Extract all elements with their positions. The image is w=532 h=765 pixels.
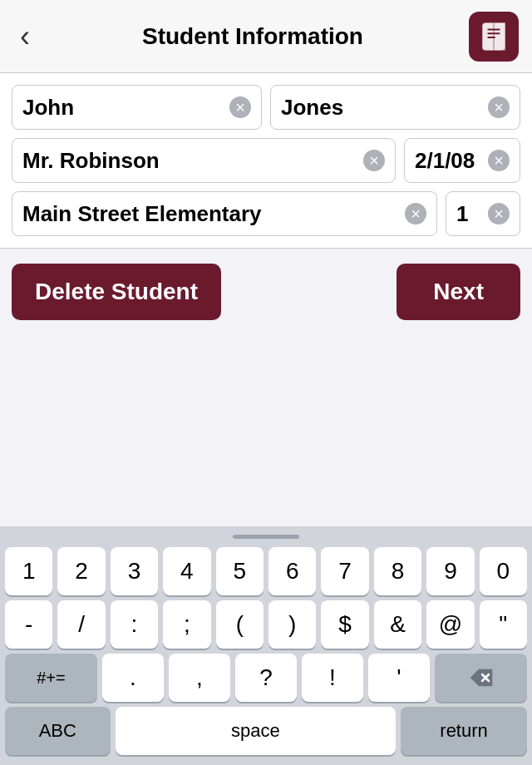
key-ampersand[interactable]: & (374, 600, 421, 649)
app-icon[interactable] (469, 12, 519, 62)
key-abc[interactable]: ABC (5, 707, 111, 755)
grade-clear-button[interactable] (488, 203, 510, 225)
key-9[interactable]: 9 (426, 547, 474, 595)
kb-number-row: 1 2 3 4 5 6 7 8 9 0 (0, 547, 532, 595)
delete-student-button[interactable]: Delete Student (12, 264, 221, 320)
action-buttons-row: Delete Student Next (0, 249, 532, 335)
book-icon (478, 21, 510, 52)
school-grade-row: Main Street Elementary 1 (12, 191, 520, 236)
header: ‹ Student Information (0, 0, 532, 73)
school-clear-button[interactable] (405, 203, 426, 225)
key-8[interactable]: 8 (374, 547, 421, 595)
key-0[interactable]: 0 (480, 547, 527, 595)
key-apostrophe[interactable]: ' (368, 654, 430, 702)
key-2[interactable]: 2 (57, 547, 105, 595)
key-semicolon[interactable]: ; (163, 600, 210, 649)
key-open-paren[interactable]: ( (216, 600, 264, 649)
key-slash[interactable]: / (57, 600, 105, 649)
teacher-field[interactable]: Mr. Robinson (12, 138, 396, 183)
page-title: Student Information (142, 23, 363, 50)
teacher-clear-button[interactable] (363, 150, 385, 171)
key-symbols-toggle[interactable]: #+= (5, 654, 97, 702)
key-question[interactable]: ? (235, 654, 297, 702)
key-comma[interactable]: , (169, 654, 230, 702)
dob-field[interactable]: 2/1/08 (404, 138, 520, 183)
key-minus[interactable]: - (5, 600, 52, 649)
key-space[interactable]: space (116, 707, 397, 755)
key-dollar[interactable]: $ (321, 600, 368, 649)
key-6[interactable]: 6 (268, 547, 316, 595)
key-3[interactable]: 3 (111, 547, 158, 595)
backspace-key[interactable] (435, 654, 527, 702)
first-name-clear-button[interactable] (229, 96, 251, 118)
last-name-value: Jones (281, 95, 488, 121)
key-1[interactable]: 1 (5, 547, 52, 595)
school-value: Main Street Elementary (22, 201, 405, 227)
key-at[interactable]: @ (426, 600, 474, 649)
key-5[interactable]: 5 (216, 547, 264, 595)
next-button[interactable]: Next (397, 264, 520, 320)
key-4[interactable]: 4 (163, 547, 210, 595)
first-name-field[interactable]: John (12, 85, 262, 130)
teacher-dob-row: Mr. Robinson 2/1/08 (12, 138, 520, 183)
last-name-clear-button[interactable] (488, 96, 510, 118)
keyboard: 1 2 3 4 5 6 7 8 9 0 - / : ; ( ) $ & @ " … (0, 526, 532, 765)
last-name-field[interactable]: Jones (270, 85, 520, 130)
first-name-value: John (22, 95, 229, 121)
dob-value: 2/1/08 (415, 148, 488, 174)
name-row: John Jones (12, 85, 520, 130)
kb-bottom-row: ABC space return (0, 707, 532, 765)
key-return[interactable]: return (401, 707, 527, 755)
keyboard-handle (233, 535, 299, 539)
key-period[interactable]: . (102, 654, 164, 702)
key-close-paren[interactable]: ) (268, 600, 316, 649)
grade-field[interactable]: 1 (446, 191, 520, 236)
grade-value: 1 (456, 201, 488, 227)
kb-symbol-row: - / : ; ( ) $ & @ " (0, 600, 532, 649)
dob-clear-button[interactable] (488, 150, 510, 171)
key-quote[interactable]: " (480, 600, 527, 649)
school-field[interactable]: Main Street Elementary (12, 191, 437, 236)
key-colon[interactable]: : (111, 600, 158, 649)
key-7[interactable]: 7 (321, 547, 368, 595)
teacher-value: Mr. Robinson (22, 148, 363, 174)
form-area: John Jones Mr. Robinson 2/1/08 Main Stre… (0, 73, 532, 249)
back-button[interactable]: ‹ (13, 16, 37, 57)
kb-punct-row: #+= . , ? ! ' (0, 654, 532, 702)
key-exclaim[interactable]: ! (302, 654, 363, 702)
